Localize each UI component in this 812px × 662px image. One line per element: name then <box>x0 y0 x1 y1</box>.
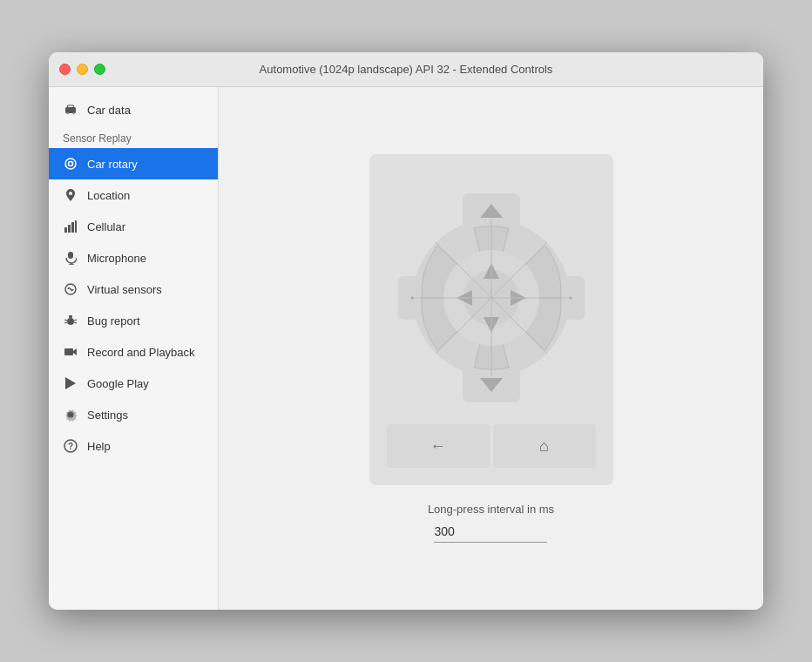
settings-icon <box>63 407 78 422</box>
interval-label: Long-press interval in ms <box>428 503 554 516</box>
bottom-buttons: ← ⌂ <box>387 424 596 468</box>
back-icon: ← <box>430 437 446 456</box>
sidebar-item-label: Google Play <box>87 377 149 390</box>
bug-report-icon <box>63 313 78 328</box>
sidebar-item-label: Cellular <box>87 220 125 233</box>
svg-line-19 <box>64 322 67 323</box>
sidebar-item-record-playback[interactable]: Record and Playback <box>49 336 218 368</box>
svg-line-20 <box>74 322 77 323</box>
main-content: ← ⌂ Long-press interval in ms <box>219 87 763 610</box>
window-title: Automotive (1024p landscape) API 32 - Ex… <box>260 63 553 76</box>
svg-rect-6 <box>64 227 67 233</box>
cellular-icon <box>63 219 78 234</box>
sidebar-item-cellular[interactable]: Cellular <box>49 211 218 242</box>
sidebar-item-virtual-sensors[interactable]: Virtual sensors <box>49 274 218 305</box>
sidebar-item-bug-report[interactable]: Bug report <box>49 305 218 336</box>
microphone-icon <box>63 250 78 266</box>
virtual-sensors-icon <box>63 281 78 297</box>
home-button[interactable]: ⌂ <box>493 424 596 468</box>
main-window: Automotive (1024p landscape) API 32 - Ex… <box>49 52 763 610</box>
svg-rect-8 <box>71 222 74 233</box>
svg-point-14 <box>67 318 74 325</box>
rotary-widget: ← ⌂ <box>369 154 613 485</box>
sidebar-item-label: Bug report <box>87 314 140 328</box>
sidebar-item-car-rotary[interactable]: Car rotary <box>49 148 218 179</box>
sidebar-item-google-play[interactable]: Google Play <box>49 368 218 399</box>
car-data-icon <box>63 102 78 118</box>
google-play-icon <box>63 375 78 391</box>
titlebar: Automotive (1024p landscape) API 32 - Ex… <box>49 52 763 87</box>
svg-point-24 <box>70 414 72 416</box>
location-icon <box>63 187 78 203</box>
sidebar-item-label: Record and Playback <box>87 346 195 359</box>
svg-point-4 <box>69 162 73 166</box>
sidebar-item-car-data[interactable]: Car data <box>49 94 218 125</box>
sidebar-item-help[interactable]: ? Help <box>49 430 218 462</box>
maximize-button[interactable] <box>94 64 105 75</box>
svg-line-18 <box>74 320 77 321</box>
sidebar-item-microphone[interactable]: Microphone <box>49 242 218 274</box>
svg-point-3 <box>65 159 76 169</box>
sidebar-item-location[interactable]: Location <box>49 179 218 211</box>
svg-rect-10 <box>68 252 73 259</box>
sidebar-item-label: Virtual sensors <box>87 283 162 296</box>
record-playback-icon <box>63 344 78 360</box>
interval-input[interactable] <box>434 521 547 543</box>
rotary-svg <box>391 185 592 411</box>
sidebar: Car data Sensor Replay Car rotary <box>49 87 219 610</box>
svg-rect-0 <box>65 107 76 113</box>
sensor-replay-section: Sensor Replay <box>49 125 218 148</box>
content-area: Car data Sensor Replay Car rotary <box>49 87 763 610</box>
svg-rect-7 <box>68 225 71 233</box>
svg-line-17 <box>64 320 67 321</box>
svg-rect-15 <box>69 315 72 318</box>
sidebar-item-label: Settings <box>87 409 128 422</box>
svg-rect-9 <box>75 220 77 233</box>
sidebar-item-label: Help <box>87 440 111 453</box>
sidebar-item-label: Microphone <box>87 252 146 265</box>
rotary-container: ← ⌂ Long-press interval in ms <box>369 154 613 543</box>
car-rotary-icon <box>63 156 78 172</box>
svg-rect-21 <box>64 348 73 355</box>
svg-point-5 <box>69 192 72 195</box>
sidebar-item-settings[interactable]: Settings <box>49 399 218 430</box>
svg-text:?: ? <box>68 442 73 451</box>
minimize-button[interactable] <box>77 64 88 75</box>
sidebar-item-label: Car rotary <box>87 158 138 171</box>
traffic-lights <box>59 64 105 75</box>
back-button[interactable]: ← <box>387 424 490 468</box>
interval-section: Long-press interval in ms <box>428 503 554 543</box>
sidebar-item-label: Location <box>87 189 130 202</box>
home-icon: ⌂ <box>539 437 549 456</box>
help-icon: ? <box>63 438 78 454</box>
close-button[interactable] <box>59 64 71 75</box>
svg-point-1 <box>66 112 68 114</box>
svg-point-2 <box>72 112 74 114</box>
rotary-svg-area <box>387 172 596 424</box>
sidebar-item-label: Car data <box>87 104 131 117</box>
